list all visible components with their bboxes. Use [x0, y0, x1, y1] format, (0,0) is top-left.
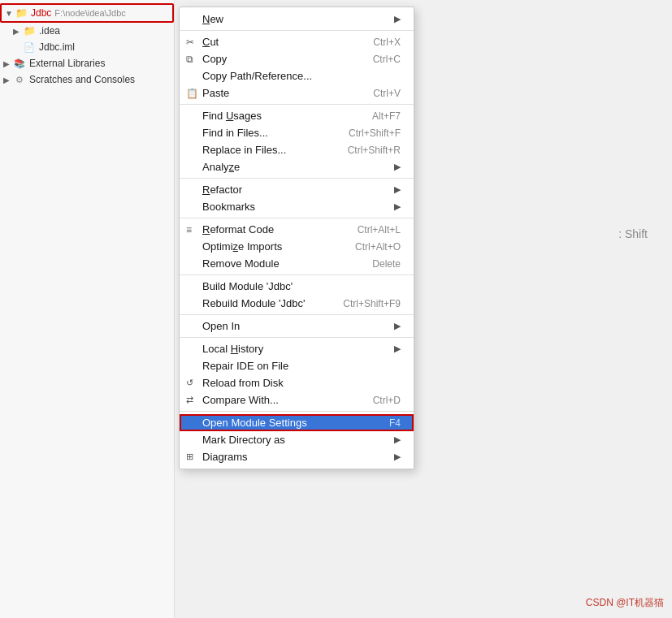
remove-shortcut: Delete	[372, 258, 401, 270]
menu-label-copy-path: Copy Path/Reference...	[202, 70, 401, 82]
local-history-arrow: ▶	[394, 344, 401, 354]
menu-label-build-module: Build Module 'Jdbc'	[202, 280, 401, 292]
jdbc-path: F:\node\idea\Jdbc	[54, 8, 125, 18]
find-files-shortcut: Ctrl+Shift+F	[349, 127, 401, 139]
menu-label-remove-module: Remove Module	[202, 257, 359, 270]
menu-item-copy[interactable]: ⧉ Copy Ctrl+C	[180, 50, 414, 67]
menu-label-find-usages: Find Usages	[202, 110, 359, 122]
menu-label-open-in: Open In	[202, 320, 388, 332]
menu-item-compare-with[interactable]: ⇄ Compare With... Ctrl+D	[180, 391, 414, 408]
menu-item-cut[interactable]: ✂ Cut Ctrl+X	[180, 33, 414, 50]
menu-label-optimize: Optimize Imports	[202, 240, 342, 253]
bookmarks-arrow: ▶	[394, 201, 401, 212]
rebuild-shortcut: Ctrl+Shift+F9	[343, 298, 401, 309]
find-usages-shortcut: Alt+F7	[372, 110, 401, 122]
sidebar-item-scratches[interactable]: Scratches and Consoles	[0, 71, 174, 88]
menu-label-find-files: Find in Files...	[202, 127, 336, 139]
diagrams-arrow: ▶	[394, 452, 401, 462]
sidebar-item-jdbc[interactable]: Jdbc F:\node\idea\Jdbc	[0, 3, 174, 23]
open-in-arrow: ▶	[394, 321, 401, 331]
menu-item-mark-directory[interactable]: Mark Directory as ▶	[180, 431, 414, 448]
menu-item-open-in[interactable]: Open In ▶	[180, 318, 414, 335]
menu-item-reformat-code[interactable]: ≡ Reformat Code Ctrl+Alt+L	[180, 221, 414, 238]
scratches-icon	[13, 73, 26, 86]
menu-label-copy: Copy	[202, 53, 360, 65]
menu-item-build-module[interactable]: Build Module 'Jdbc'	[180, 278, 414, 295]
compare-shortcut: Ctrl+D	[373, 395, 401, 406]
project-sidebar: Jdbc F:\node\idea\Jdbc .idea Jdbc.iml Ex…	[0, 0, 175, 618]
menu-item-open-module-settings[interactable]: Open Module Settings F4	[180, 414, 414, 431]
watermark: CSDN @IT机器猫	[586, 596, 664, 610]
menu-item-find-usages[interactable]: Find Usages Alt+F7	[180, 107, 414, 124]
refactor-arrow: ▶	[394, 184, 401, 195]
menu-item-diagrams[interactable]: ⊞ Diagrams ▶	[180, 448, 414, 465]
mark-directory-arrow: ▶	[394, 434, 401, 445]
reload-icon: ↺	[186, 378, 193, 388]
idea-label: .idea	[39, 25, 60, 37]
scratches-arrow	[3, 76, 13, 84]
open-module-shortcut: F4	[389, 417, 401, 429]
menu-item-local-history[interactable]: Local History ▶	[180, 340, 414, 357]
menu-item-replace-files[interactable]: Replace in Files... Ctrl+Shift+R	[180, 141, 414, 158]
copy-shortcut: Ctrl+C	[373, 54, 401, 65]
menu-item-bookmarks[interactable]: Bookmarks ▶	[180, 198, 414, 215]
menu-item-reload-disk[interactable]: ↺ Reload from Disk	[180, 374, 414, 391]
diagrams-icon: ⊞	[186, 452, 193, 462]
menu-label-refactor: Refactor	[202, 184, 388, 196]
menu-item-optimize-imports[interactable]: Optimize Imports Ctrl+Alt+O	[180, 238, 414, 255]
menu-item-paste[interactable]: 📋 Paste Ctrl+V	[180, 84, 414, 102]
menu-label-paste: Paste	[202, 87, 360, 99]
analyze-arrow: ▶	[394, 162, 401, 172]
sep-8	[180, 411, 414, 412]
menu-item-refactor[interactable]: Refactor ▶	[180, 181, 414, 198]
reformat-icon: ≡	[186, 224, 192, 236]
menu-label-replace-files: Replace in Files...	[202, 144, 335, 156]
sep-2	[180, 104, 414, 105]
menu-label-cut: Cut	[202, 36, 360, 48]
menu-item-remove-module[interactable]: Remove Module Delete	[180, 255, 414, 272]
jdbc-folder-icon	[15, 6, 28, 19]
scratches-label: Scratches and Consoles	[29, 74, 135, 85]
sep-5	[180, 274, 414, 275]
menu-label-reload-disk: Reload from Disk	[202, 377, 401, 389]
sep-3	[180, 178, 414, 179]
menu-arrow-new: ▶	[394, 14, 401, 24]
idea-arrow	[13, 27, 23, 36]
sidebar-item-jdbc-iml[interactable]: Jdbc.iml	[0, 39, 174, 55]
iml-file-icon	[23, 41, 36, 54]
menu-label-mark-directory: Mark Directory as	[202, 434, 388, 446]
sidebar-item-idea[interactable]: .idea	[0, 23, 174, 39]
menu-label-repair-ide: Repair IDE on File	[202, 360, 401, 372]
copy-icon: ⧉	[186, 54, 193, 65]
menu-item-rebuild-module[interactable]: Rebuild Module 'Jdbc' Ctrl+Shift+F9	[180, 295, 414, 312]
menu-item-analyze[interactable]: Analyze ▶	[180, 158, 414, 175]
paste-icon: 📋	[186, 88, 198, 99]
menu-item-copy-path[interactable]: Copy Path/Reference...	[180, 67, 414, 84]
iml-label: Jdbc.iml	[39, 41, 75, 53]
menu-item-repair-ide[interactable]: Repair IDE on File	[180, 357, 414, 374]
sidebar-item-ext-libraries[interactable]: External Libraries	[0, 55, 174, 71]
menu-label-bookmarks: Bookmarks	[202, 201, 388, 213]
sep-7	[180, 337, 414, 338]
context-menu: New ▶ ✂ Cut Ctrl+X ⧉ Copy Ctrl+C Copy Pa…	[179, 6, 414, 469]
paste-shortcut: Ctrl+V	[373, 88, 401, 99]
ext-lib-label: External Libraries	[29, 58, 105, 69]
jdbc-arrow	[5, 9, 15, 18]
sep-1	[180, 30, 414, 31]
ext-lib-icon	[13, 57, 26, 70]
menu-item-find-files[interactable]: Find in Files... Ctrl+Shift+F	[180, 124, 414, 141]
menu-label-compare-with: Compare With...	[202, 394, 360, 406]
sep-4	[180, 218, 414, 218]
ext-lib-arrow	[3, 59, 13, 68]
menu-label-diagrams: Diagrams	[202, 451, 388, 463]
menu-label-local-history: Local History	[202, 343, 388, 355]
compare-icon: ⇄	[186, 395, 193, 405]
cut-shortcut: Ctrl+X	[373, 37, 401, 48]
jdbc-label: Jdbc	[31, 7, 51, 19]
right-panel-hint: : Shift	[618, 227, 648, 240]
sep-6	[180, 314, 414, 315]
menu-label-new: New	[202, 13, 388, 25]
menu-item-new[interactable]: New ▶	[180, 11, 414, 28]
menu-label-reformat: Reformat Code	[202, 223, 345, 236]
scissors-icon: ✂	[186, 37, 194, 48]
